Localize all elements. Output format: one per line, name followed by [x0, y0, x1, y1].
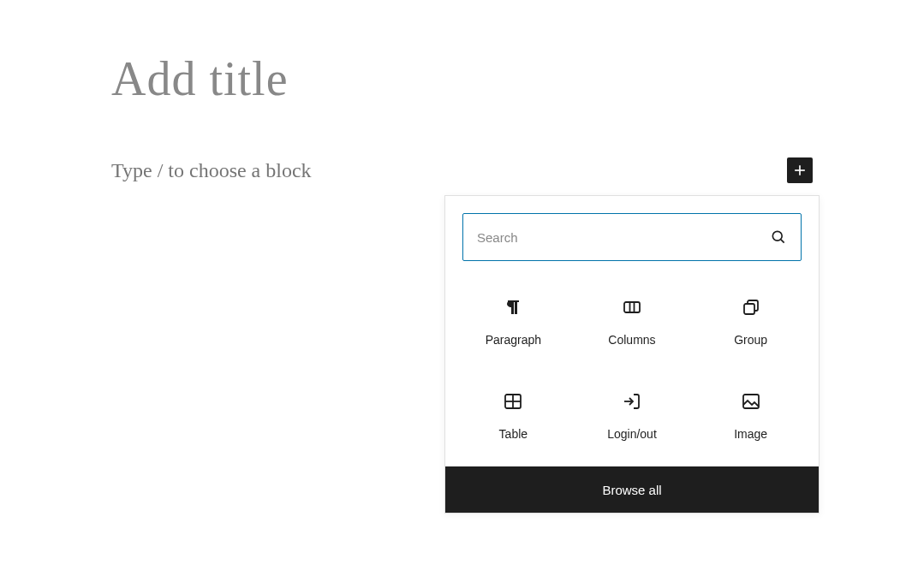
search-box[interactable]	[462, 213, 802, 261]
block-label: Group	[734, 333, 767, 347]
svg-rect-13	[743, 395, 759, 408]
login-icon	[622, 391, 642, 412]
title-input[interactable]	[111, 51, 813, 106]
block-group[interactable]: Group	[691, 292, 810, 352]
block-label: Table	[499, 427, 528, 441]
block-table[interactable]: Table	[454, 386, 573, 446]
block-label: Columns	[608, 333, 655, 347]
image-icon	[741, 391, 761, 412]
svg-line-3	[781, 240, 784, 243]
search-icon	[770, 229, 787, 246]
table-icon	[503, 391, 523, 412]
block-inserter: Paragraph Columns Group Table Login/out	[444, 195, 820, 514]
group-icon	[741, 297, 761, 318]
browse-all-button[interactable]: Browse all	[445, 466, 819, 513]
block-prompt[interactable]: Type / to choose a block	[111, 159, 787, 182]
block-label: Paragraph	[486, 333, 541, 347]
search-wrap	[445, 196, 819, 271]
paragraph-icon	[503, 297, 523, 318]
block-prompt-row: Type / to choose a block	[111, 157, 813, 183]
columns-icon	[622, 297, 642, 318]
block-columns[interactable]: Columns	[573, 292, 692, 352]
svg-rect-4	[624, 302, 640, 312]
block-grid: Paragraph Columns Group Table Login/out	[445, 271, 819, 466]
block-paragraph[interactable]: Paragraph	[454, 292, 573, 352]
block-login[interactable]: Login/out	[573, 386, 692, 446]
block-label: Login/out	[607, 427, 657, 441]
add-block-button[interactable]	[787, 157, 813, 183]
block-label: Image	[734, 427, 767, 441]
plus-icon	[791, 162, 808, 179]
block-image[interactable]: Image	[691, 386, 810, 446]
svg-point-2	[772, 231, 782, 241]
svg-rect-8	[744, 304, 754, 314]
search-input[interactable]	[477, 230, 770, 245]
